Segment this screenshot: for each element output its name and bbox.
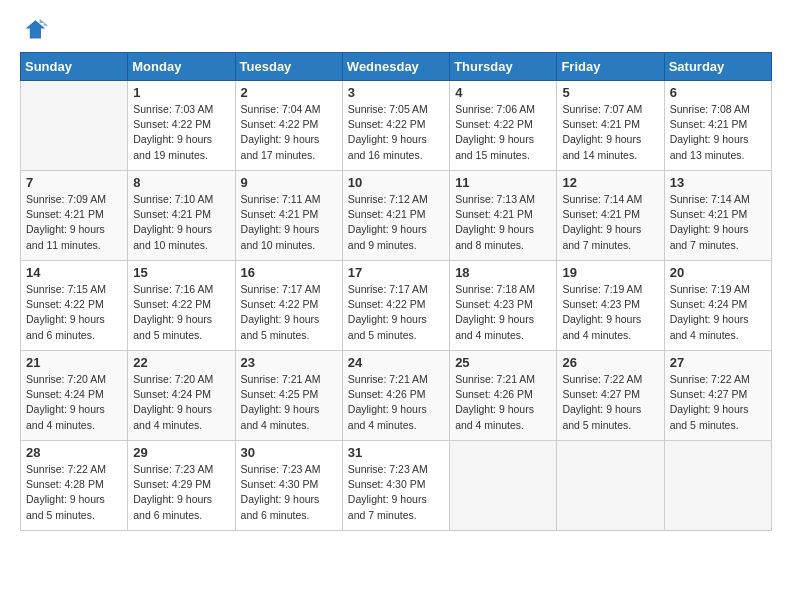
day-info: Sunrise: 7:21 AMSunset: 4:26 PMDaylight:… — [348, 372, 444, 433]
calendar-cell: 14Sunrise: 7:15 AMSunset: 4:22 PMDayligh… — [21, 261, 128, 351]
calendar-cell: 20Sunrise: 7:19 AMSunset: 4:24 PMDayligh… — [664, 261, 771, 351]
day-number: 26 — [562, 355, 658, 370]
calendar-cell: 26Sunrise: 7:22 AMSunset: 4:27 PMDayligh… — [557, 351, 664, 441]
calendar-cell: 15Sunrise: 7:16 AMSunset: 4:22 PMDayligh… — [128, 261, 235, 351]
day-info: Sunrise: 7:22 AMSunset: 4:27 PMDaylight:… — [670, 372, 766, 433]
calendar-cell: 3Sunrise: 7:05 AMSunset: 4:22 PMDaylight… — [342, 81, 449, 171]
day-info: Sunrise: 7:21 AMSunset: 4:25 PMDaylight:… — [241, 372, 337, 433]
calendar-cell: 4Sunrise: 7:06 AMSunset: 4:22 PMDaylight… — [450, 81, 557, 171]
day-info: Sunrise: 7:16 AMSunset: 4:22 PMDaylight:… — [133, 282, 229, 343]
day-info: Sunrise: 7:20 AMSunset: 4:24 PMDaylight:… — [26, 372, 122, 433]
day-number: 21 — [26, 355, 122, 370]
calendar-cell: 18Sunrise: 7:18 AMSunset: 4:23 PMDayligh… — [450, 261, 557, 351]
day-number: 20 — [670, 265, 766, 280]
day-number: 22 — [133, 355, 229, 370]
day-number: 15 — [133, 265, 229, 280]
calendar-cell — [450, 441, 557, 531]
calendar-cell: 5Sunrise: 7:07 AMSunset: 4:21 PMDaylight… — [557, 81, 664, 171]
day-info: Sunrise: 7:19 AMSunset: 4:24 PMDaylight:… — [670, 282, 766, 343]
day-number: 7 — [26, 175, 122, 190]
calendar-cell: 29Sunrise: 7:23 AMSunset: 4:29 PMDayligh… — [128, 441, 235, 531]
calendar-cell: 22Sunrise: 7:20 AMSunset: 4:24 PMDayligh… — [128, 351, 235, 441]
calendar-cell — [664, 441, 771, 531]
week-row-2: 14Sunrise: 7:15 AMSunset: 4:22 PMDayligh… — [21, 261, 772, 351]
day-info: Sunrise: 7:18 AMSunset: 4:23 PMDaylight:… — [455, 282, 551, 343]
day-number: 10 — [348, 175, 444, 190]
week-row-0: 1Sunrise: 7:03 AMSunset: 4:22 PMDaylight… — [21, 81, 772, 171]
day-info: Sunrise: 7:23 AMSunset: 4:30 PMDaylight:… — [241, 462, 337, 523]
calendar-cell: 30Sunrise: 7:23 AMSunset: 4:30 PMDayligh… — [235, 441, 342, 531]
week-row-3: 21Sunrise: 7:20 AMSunset: 4:24 PMDayligh… — [21, 351, 772, 441]
day-info: Sunrise: 7:10 AMSunset: 4:21 PMDaylight:… — [133, 192, 229, 253]
day-info: Sunrise: 7:04 AMSunset: 4:22 PMDaylight:… — [241, 102, 337, 163]
day-info: Sunrise: 7:20 AMSunset: 4:24 PMDaylight:… — [133, 372, 229, 433]
day-number: 3 — [348, 85, 444, 100]
day-header-friday: Friday — [557, 53, 664, 81]
day-info: Sunrise: 7:14 AMSunset: 4:21 PMDaylight:… — [670, 192, 766, 253]
calendar-cell: 13Sunrise: 7:14 AMSunset: 4:21 PMDayligh… — [664, 171, 771, 261]
day-number: 5 — [562, 85, 658, 100]
day-info: Sunrise: 7:15 AMSunset: 4:22 PMDaylight:… — [26, 282, 122, 343]
day-info: Sunrise: 7:21 AMSunset: 4:26 PMDaylight:… — [455, 372, 551, 433]
week-row-4: 28Sunrise: 7:22 AMSunset: 4:28 PMDayligh… — [21, 441, 772, 531]
day-header-sunday: Sunday — [21, 53, 128, 81]
day-info: Sunrise: 7:13 AMSunset: 4:21 PMDaylight:… — [455, 192, 551, 253]
week-row-1: 7Sunrise: 7:09 AMSunset: 4:21 PMDaylight… — [21, 171, 772, 261]
day-info: Sunrise: 7:22 AMSunset: 4:27 PMDaylight:… — [562, 372, 658, 433]
day-number: 14 — [26, 265, 122, 280]
calendar-cell: 17Sunrise: 7:17 AMSunset: 4:22 PMDayligh… — [342, 261, 449, 351]
day-info: Sunrise: 7:23 AMSunset: 4:30 PMDaylight:… — [348, 462, 444, 523]
day-info: Sunrise: 7:17 AMSunset: 4:22 PMDaylight:… — [241, 282, 337, 343]
day-number: 9 — [241, 175, 337, 190]
day-info: Sunrise: 7:12 AMSunset: 4:21 PMDaylight:… — [348, 192, 444, 253]
day-number: 31 — [348, 445, 444, 460]
calendar-cell — [21, 81, 128, 171]
day-number: 8 — [133, 175, 229, 190]
day-info: Sunrise: 7:05 AMSunset: 4:22 PMDaylight:… — [348, 102, 444, 163]
day-info: Sunrise: 7:22 AMSunset: 4:28 PMDaylight:… — [26, 462, 122, 523]
day-number: 27 — [670, 355, 766, 370]
day-info: Sunrise: 7:08 AMSunset: 4:21 PMDaylight:… — [670, 102, 766, 163]
logo — [20, 16, 52, 44]
day-header-monday: Monday — [128, 53, 235, 81]
svg-marker-1 — [40, 19, 48, 26]
day-header-wednesday: Wednesday — [342, 53, 449, 81]
calendar-cell: 19Sunrise: 7:19 AMSunset: 4:23 PMDayligh… — [557, 261, 664, 351]
day-number: 16 — [241, 265, 337, 280]
day-number: 6 — [670, 85, 766, 100]
day-info: Sunrise: 7:07 AMSunset: 4:21 PMDaylight:… — [562, 102, 658, 163]
day-number: 24 — [348, 355, 444, 370]
calendar-cell: 7Sunrise: 7:09 AMSunset: 4:21 PMDaylight… — [21, 171, 128, 261]
day-number: 25 — [455, 355, 551, 370]
calendar-cell: 24Sunrise: 7:21 AMSunset: 4:26 PMDayligh… — [342, 351, 449, 441]
day-info: Sunrise: 7:11 AMSunset: 4:21 PMDaylight:… — [241, 192, 337, 253]
day-header-tuesday: Tuesday — [235, 53, 342, 81]
day-number: 28 — [26, 445, 122, 460]
calendar-cell: 6Sunrise: 7:08 AMSunset: 4:21 PMDaylight… — [664, 81, 771, 171]
day-info: Sunrise: 7:14 AMSunset: 4:21 PMDaylight:… — [562, 192, 658, 253]
calendar-cell: 23Sunrise: 7:21 AMSunset: 4:25 PMDayligh… — [235, 351, 342, 441]
calendar-header-row: SundayMondayTuesdayWednesdayThursdayFrid… — [21, 53, 772, 81]
day-number: 13 — [670, 175, 766, 190]
calendar-table: SundayMondayTuesdayWednesdayThursdayFrid… — [20, 52, 772, 531]
day-info: Sunrise: 7:06 AMSunset: 4:22 PMDaylight:… — [455, 102, 551, 163]
day-header-saturday: Saturday — [664, 53, 771, 81]
day-number: 2 — [241, 85, 337, 100]
day-number: 19 — [562, 265, 658, 280]
calendar-cell: 8Sunrise: 7:10 AMSunset: 4:21 PMDaylight… — [128, 171, 235, 261]
day-info: Sunrise: 7:03 AMSunset: 4:22 PMDaylight:… — [133, 102, 229, 163]
calendar-cell — [557, 441, 664, 531]
day-number: 1 — [133, 85, 229, 100]
calendar-cell: 21Sunrise: 7:20 AMSunset: 4:24 PMDayligh… — [21, 351, 128, 441]
calendar-cell: 16Sunrise: 7:17 AMSunset: 4:22 PMDayligh… — [235, 261, 342, 351]
calendar-cell: 31Sunrise: 7:23 AMSunset: 4:30 PMDayligh… — [342, 441, 449, 531]
day-number: 29 — [133, 445, 229, 460]
day-number: 18 — [455, 265, 551, 280]
calendar-cell: 10Sunrise: 7:12 AMSunset: 4:21 PMDayligh… — [342, 171, 449, 261]
page-header — [20, 16, 772, 44]
day-info: Sunrise: 7:09 AMSunset: 4:21 PMDaylight:… — [26, 192, 122, 253]
day-number: 23 — [241, 355, 337, 370]
calendar-cell: 1Sunrise: 7:03 AMSunset: 4:22 PMDaylight… — [128, 81, 235, 171]
day-number: 30 — [241, 445, 337, 460]
calendar-cell: 2Sunrise: 7:04 AMSunset: 4:22 PMDaylight… — [235, 81, 342, 171]
